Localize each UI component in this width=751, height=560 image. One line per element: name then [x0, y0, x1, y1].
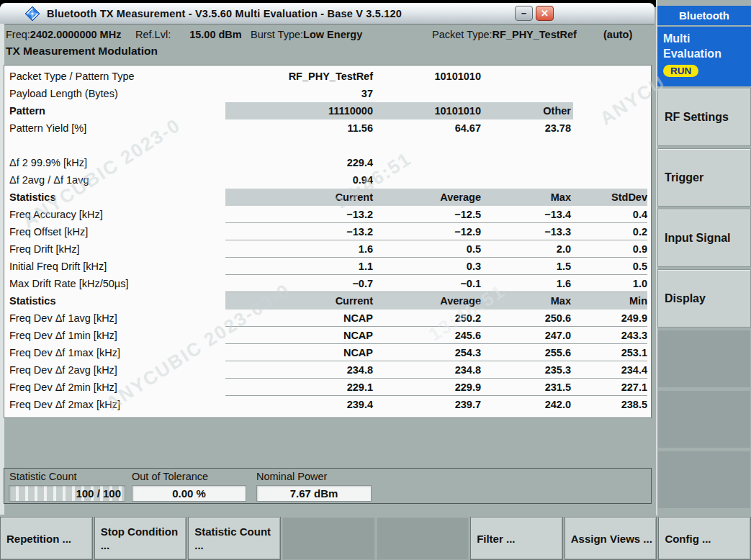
row-cells: 229.1229.9231.5227.1	[225, 379, 647, 396]
softkey-assign-views[interactable]: Assign Views ...	[565, 517, 657, 560]
minimize-button[interactable]: −	[515, 6, 533, 21]
cell: Current	[225, 292, 373, 310]
row-label: Δf 2 99.9% [kHz]	[4, 154, 225, 171]
cell: Max	[481, 189, 571, 206]
softkey-filter[interactable]: Filter ...	[470, 517, 563, 560]
close-button[interactable]: ✕	[536, 6, 554, 21]
row-label: Pattern Yield [%]	[4, 119, 225, 137]
table-row: Δf 2 99.9% [kHz]229.4	[4, 154, 651, 171]
statistic-count-progress: 100 / 100	[9, 485, 125, 502]
cell	[571, 171, 647, 189]
cell: Average	[373, 292, 481, 310]
packet-mode-readout: (auto)	[603, 26, 632, 43]
cell: 1.6	[225, 240, 373, 258]
softkey-statistic-count[interactable]: Statistic Count ...	[188, 517, 281, 560]
row-label: Statistics	[4, 292, 225, 310]
row-cells: 1111000010101010Other	[225, 102, 647, 119]
cell: 229.1	[225, 379, 373, 396]
cell: 245.6	[373, 327, 481, 344]
cell: −13.2	[225, 206, 373, 223]
sidebar-item-input-signal[interactable]: Input Signal	[657, 209, 751, 267]
row-cells: 1.60.52.00.9	[225, 240, 647, 258]
cell: −0.7	[225, 275, 373, 292]
sidebar-item-label: RF Settings	[665, 109, 729, 125]
softkey-empty-slot	[377, 517, 469, 560]
softkey-label: Assign Views ...	[571, 532, 652, 546]
cell	[225, 137, 373, 154]
table-row: Δf 2avg / Δf 1avg0.94	[4, 171, 651, 189]
cell: 250.2	[373, 310, 481, 327]
sidebar-empty-slot	[657, 451, 751, 509]
table-row: Payload Length (Bytes)37	[4, 85, 651, 102]
window-titlebar: Bluetooth TX Measurement - V3.5.60 Multi…	[0, 3, 655, 24]
cell: 10101010	[373, 102, 481, 119]
cell: 250.6	[481, 310, 571, 327]
softkey-bar: Repetition ...Stop Condition ...Statisti…	[0, 515, 751, 560]
cell: −13.3	[481, 223, 571, 240]
cell: 242.0	[481, 396, 571, 413]
cell: RF_PHY_TestRef	[225, 68, 373, 85]
softkey-stop-condition[interactable]: Stop Condition ...	[94, 517, 187, 560]
sidebar-item-trigger[interactable]: Trigger	[657, 148, 751, 207]
sidebar-item-label: Trigger	[665, 170, 703, 185]
cell: −13.4	[481, 206, 571, 223]
row-cells: 0.94	[225, 171, 647, 189]
softkey-label: Repetition ...	[6, 532, 71, 546]
row-cells: CurrentAverageMaxMin	[225, 292, 647, 310]
row-label: Freq Accuracy [kHz]	[4, 206, 225, 223]
softkey-label: Config ...	[665, 532, 711, 546]
cell: 235.3	[481, 361, 571, 379]
table-row: Pattern Yield [%]11.5664.6723.78	[4, 119, 651, 137]
row-label: Freq Dev Δf 2min [kHz]	[4, 379, 225, 396]
softkey-label: Stop Condition ...	[101, 525, 186, 552]
cell	[481, 137, 571, 154]
table-row: StatisticsCurrentAverageMaxStdDev	[4, 189, 651, 206]
measurement-table: Packet Type / Pattern TypeRF_PHY_TestRef…	[4, 65, 652, 418]
row-cells: 37	[225, 85, 647, 102]
cell	[481, 85, 571, 102]
cell	[373, 154, 481, 171]
row-label: Packet Type / Pattern Type	[4, 68, 225, 85]
cell: 0.9	[571, 240, 647, 258]
softkey-label: Statistic Count ...	[194, 525, 280, 552]
cell: 1.6	[481, 275, 571, 292]
cell: Average	[373, 189, 481, 206]
row-label: Δf 2avg / Δf 1avg	[4, 171, 225, 189]
cell: 11110000	[225, 102, 373, 119]
row-label: Max Drift Rate [kHz/50µs]	[4, 275, 225, 292]
row-cells: 1.10.31.50.5	[225, 258, 647, 275]
sidebar-item-label: Display	[665, 291, 706, 306]
cell: −0.1	[373, 275, 481, 292]
sidebar-item-rf-settings[interactable]: RF Settings	[657, 88, 751, 146]
softkey-repetition[interactable]: Repetition ...	[0, 517, 93, 560]
cell	[373, 85, 481, 102]
row-label: Freq Offset [kHz]	[4, 223, 225, 240]
sidebar-item-multi-evaluation[interactable]: Multi Evaluation RUN	[657, 27, 751, 86]
row-cells: −13.2−12.9−13.30.2	[225, 223, 647, 240]
sidebar-list: RF SettingsTriggerInput SignalDisplay	[657, 88, 751, 511]
cell: 238.5	[571, 396, 647, 413]
row-cells: RF_PHY_TestRef10101010	[225, 68, 647, 85]
cell: StdDev	[571, 189, 647, 206]
table-row: Freq Accuracy [kHz]−13.2−12.5−13.40.4	[4, 206, 651, 223]
cell: 23.78	[481, 119, 571, 137]
sidebar-item-label: Input Signal	[665, 230, 731, 245]
row-label: Pattern	[4, 102, 225, 119]
row-label: Initial Freq Drift [kHz]	[4, 258, 225, 275]
table-row: Freq Dev Δf 2max [kHz]239.4239.7242.0238…	[4, 396, 651, 413]
row-label: Freq Dev Δf 1avg [kHz]	[4, 310, 225, 327]
softkey-config[interactable]: Config ...	[658, 517, 751, 560]
cell: Other	[481, 102, 571, 119]
run-status-badge: RUN	[663, 65, 698, 77]
sidebar-item-display[interactable]: Display	[657, 269, 751, 328]
table-row: Freq Dev Δf 2min [kHz]229.1229.9231.5227…	[4, 379, 651, 396]
row-cells: 234.8234.8235.3234.4	[225, 361, 647, 379]
cell: 234.4	[571, 361, 647, 379]
minimize-icon: −	[521, 8, 527, 19]
cell: 0.94	[225, 171, 373, 189]
cell	[571, 154, 647, 171]
cell: 1.1	[225, 258, 373, 275]
statistic-count-label: Statistic Count	[9, 471, 77, 482]
cell: −12.5	[373, 206, 481, 223]
out-of-tolerance-label: Out of Tolerance	[132, 471, 208, 482]
